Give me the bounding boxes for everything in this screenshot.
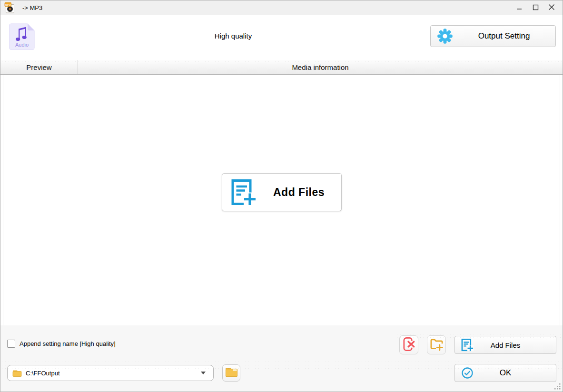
file-list-area: Add Files — [3, 75, 560, 325]
minimize-button[interactable] — [511, 0, 527, 15]
add-files-label: Add Files — [257, 186, 341, 199]
svg-text:MP3: MP3 — [5, 3, 10, 6]
ok-button[interactable]: OK — [454, 364, 556, 382]
output-path-value: C:\FFOutput — [26, 370, 201, 377]
append-setting-row: Append setting name [High quality] — [7, 340, 116, 348]
close-button[interactable] — [543, 0, 560, 15]
maximize-icon — [533, 4, 539, 12]
add-files-label: Add Files — [455, 336, 556, 353]
remove-file-button[interactable] — [399, 335, 418, 354]
output-folder-dropdown[interactable]: C:\FFOutput — [7, 365, 214, 381]
footer-panel: Append setting name [High quality] — [0, 325, 563, 392]
close-icon — [548, 4, 555, 12]
resize-grip-handle[interactable] — [554, 383, 561, 390]
folder-icon — [225, 366, 238, 380]
ok-label: OK — [455, 364, 556, 382]
audio-file-icon: Audio — [9, 23, 35, 52]
mp3-file-icon: MP3 — [4, 2, 15, 14]
window-controls — [511, 0, 560, 15]
window-title: -> MP3 — [22, 4, 42, 11]
browse-folder-button[interactable] — [222, 364, 240, 382]
add-folder-button[interactable] — [427, 335, 446, 354]
list-header: Preview Media information — [0, 60, 563, 75]
gear-icon — [437, 29, 453, 44]
add-files-button-center[interactable]: Add Files — [222, 173, 342, 211]
column-header-preview[interactable]: Preview — [0, 60, 78, 74]
output-setting-label: Output Setting — [453, 31, 555, 41]
column-header-media-information[interactable]: Media information — [78, 60, 563, 74]
titlebar: MP3 -> MP3 — [0, 0, 563, 15]
remove-file-icon — [402, 337, 416, 353]
append-setting-checkbox[interactable] — [7, 340, 15, 348]
minimize-icon — [516, 4, 522, 12]
output-setting-button[interactable]: Output Setting — [430, 25, 556, 47]
folder-icon — [12, 369, 22, 377]
quality-label: High quality — [178, 32, 288, 40]
add-folder-icon — [430, 337, 444, 353]
append-setting-label[interactable]: Append setting name [High quality] — [20, 340, 116, 347]
svg-text:Audio: Audio — [15, 42, 29, 48]
app-window: MP3 -> MP3 — [0, 0, 563, 392]
maximize-button[interactable] — [527, 0, 543, 15]
add-files-icon — [231, 179, 257, 206]
add-files-button-bottom[interactable]: Add Files — [454, 336, 556, 354]
chevron-down-icon — [201, 372, 206, 374]
